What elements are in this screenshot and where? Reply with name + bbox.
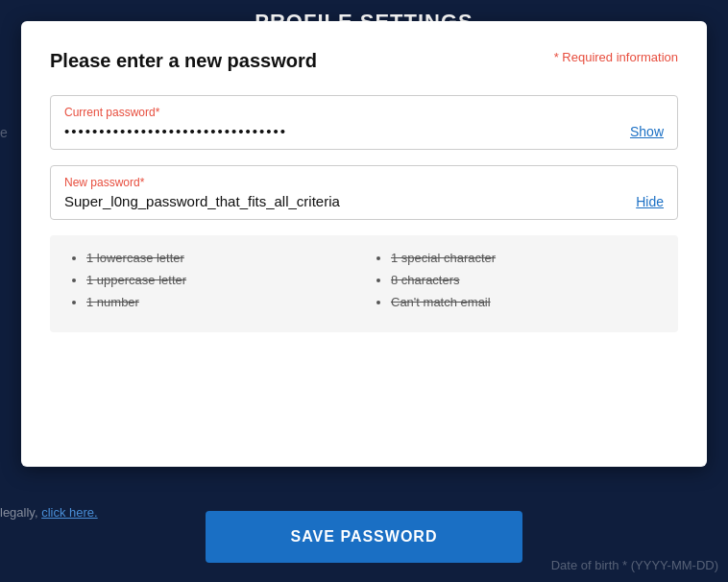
req-number: 1 number [86, 295, 354, 309]
current-password-label: Current password* [64, 106, 664, 119]
show-password-button[interactable]: Show [630, 124, 664, 139]
save-password-button[interactable]: SAVE PASSWORD [206, 511, 522, 563]
new-password-label: New password* [64, 176, 664, 189]
required-label: Required information [562, 50, 678, 64]
new-password-field: New password* Super_l0ng_password_that_f… [50, 165, 678, 220]
req-uppercase: 1 uppercase letter [86, 273, 354, 287]
bg-text-bottom-right: Date of birth * (YYYY-MM-DD) [551, 558, 718, 572]
modal-header: Please enter a new password * Required i… [50, 50, 678, 72]
requirements-col1: 1 lowercase letter 1 uppercase letter 1 … [69, 251, 354, 317]
bg-text-left: e [0, 125, 8, 140]
requirements-col2: 1 special character 8 characters Can't m… [374, 251, 659, 317]
required-info: * Required information [554, 50, 678, 64]
req-length: 8 characters [391, 273, 659, 287]
save-btn-container: SAVE PASSWORD [206, 511, 522, 563]
hide-password-button[interactable]: Hide [636, 194, 664, 209]
req-special: 1 special character [391, 251, 659, 265]
new-password-value: Super_l0ng_password_that_fits_all_criter… [64, 193, 636, 209]
bg-text-bottom-left: legally, click here. [0, 505, 98, 520]
bg-link[interactable]: click here. [41, 505, 98, 520]
modal-title: Please enter a new password [50, 50, 317, 72]
req-lowercase: 1 lowercase letter [86, 251, 354, 265]
current-password-field: Current password* ••••••••••••••••••••••… [50, 95, 678, 150]
required-asterisk: * [554, 50, 559, 64]
req-no-email: Can't match email [391, 295, 659, 309]
current-password-value: •••••••••••••••••••••••••••••••• [64, 123, 630, 139]
modal: Please enter a new password * Required i… [21, 21, 707, 467]
requirements-box: 1 lowercase letter 1 uppercase letter 1 … [50, 235, 678, 332]
